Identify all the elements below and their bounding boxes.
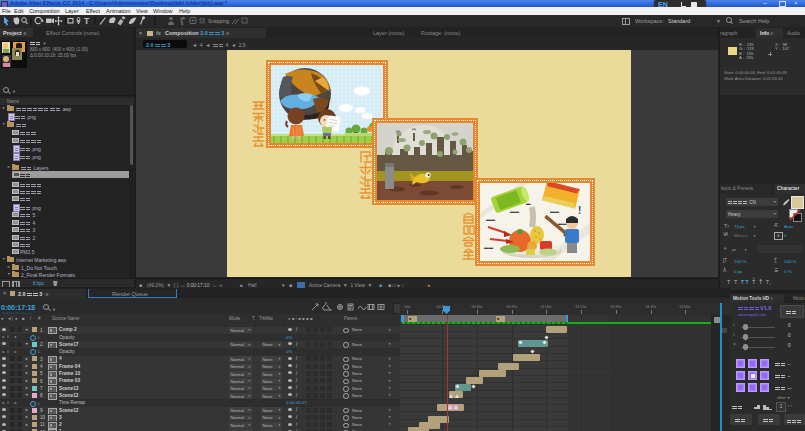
svg-text:▬▬: ▬▬: [550, 209, 560, 214]
svg-text:▬▬: ▬▬: [484, 245, 494, 250]
svg-text:Snapping: Snapping: [208, 18, 229, 24]
svg-text:▬▬: ▬▬: [486, 217, 496, 222]
svg-text:T: T: [84, 16, 90, 26]
svg-text:▬▬: ▬▬: [510, 209, 520, 214]
svg-text:▬: ▬: [526, 201, 531, 206]
svg-text:!: !: [578, 205, 581, 216]
